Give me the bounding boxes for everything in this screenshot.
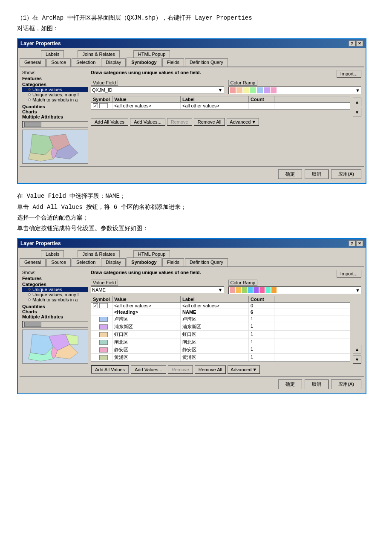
- tab-joins-1[interactable]: Joins & Relates: [78, 50, 119, 58]
- up-btn-1[interactable]: ▲: [353, 98, 361, 106]
- value-field-select-2[interactable]: NAME ▼: [91, 286, 224, 293]
- td-count-lw: 1: [249, 315, 274, 323]
- tab-fields-2[interactable]: Fields: [162, 258, 184, 266]
- table-row-other-2[interactable]: ✓ <all other values> <all other values> …: [91, 303, 350, 309]
- scrollbar-1[interactable]: [22, 121, 88, 128]
- tab-joins-2[interactable]: Joins & Relates: [78, 250, 119, 257]
- help-btn-2[interactable]: ?: [349, 240, 355, 246]
- features-1[interactable]: Features: [22, 76, 88, 81]
- categories-2[interactable]: Categories: [22, 282, 88, 287]
- tab-selection-2[interactable]: Selection: [72, 258, 100, 266]
- advanced-btn-1[interactable]: Advanced ▼: [227, 118, 259, 126]
- cancel-btn-2[interactable]: 取消: [305, 379, 329, 389]
- table-row-other-1[interactable]: ✓ <all other values> <all other values>: [91, 103, 350, 109]
- multiple-2[interactable]: Multiple Attributes: [22, 314, 88, 319]
- tab-selection-1[interactable]: Selection: [72, 58, 100, 66]
- import-btn-2[interactable]: Import...: [337, 270, 361, 278]
- dialog-1-titlebar: Layer Properties ? ✕: [18, 39, 366, 48]
- categories-1[interactable]: Categories: [22, 82, 88, 87]
- tab-defquery-1[interactable]: Definition Query: [185, 58, 228, 66]
- remove-btn-1[interactable]: Remove: [167, 118, 192, 126]
- color-ramp-select-1[interactable]: ▼: [228, 87, 362, 94]
- tab-fields-1[interactable]: Fields: [162, 58, 184, 66]
- bottom-buttons-1: Add All Values Add Values... Remove Remo…: [91, 118, 361, 126]
- tab-display-1[interactable]: Display: [101, 58, 126, 66]
- table-row-heading[interactable]: <Heading> NAME 6: [91, 309, 350, 315]
- color-ramp-label-1: Color Ramp: [228, 80, 258, 86]
- remove-btn-2[interactable]: Remove: [168, 365, 193, 374]
- match-symbols-2[interactable]: Match to symbols in a: [22, 297, 88, 302]
- remove-all-btn-2[interactable]: Remove All: [195, 365, 226, 374]
- tab-html-1[interactable]: HTML Popup: [133, 50, 170, 58]
- add-all-values-btn-1[interactable]: Add All Values: [91, 118, 128, 126]
- table-row-luwan[interactable]: 卢湾区 卢湾区 1: [91, 315, 350, 323]
- scrollbar-2[interactable]: [22, 321, 88, 328]
- close-btn-1[interactable]: ✕: [356, 40, 363, 46]
- color-swatch-lw: [99, 317, 108, 322]
- value-field-select-1[interactable]: QXJM_ID ▼: [91, 87, 224, 93]
- color-block-r5: [254, 287, 259, 293]
- charts-2[interactable]: Charts: [22, 309, 88, 314]
- td-value-heading: <Heading>: [112, 309, 181, 315]
- table-row-jingan[interactable]: 静安区 静安区 1: [91, 346, 350, 354]
- remove-all-btn-1[interactable]: Remove All: [194, 118, 225, 126]
- tab-html-2[interactable]: HTML Popup: [133, 250, 170, 257]
- ok-btn-2[interactable]: 确定: [278, 379, 302, 389]
- advanced-btn-2[interactable]: Advanced ▼: [228, 365, 260, 374]
- map-svg-1: [23, 130, 88, 163]
- add-all-values-btn-2[interactable]: Add All Values: [91, 365, 129, 374]
- quantities-1[interactable]: Quantities: [22, 104, 88, 109]
- tab-bar-2: Labels Joins & Relates HTML Popup Genera…: [20, 249, 364, 267]
- add-values-btn-2[interactable]: Add Values...: [131, 365, 166, 374]
- tab-display-2[interactable]: Display: [101, 258, 126, 266]
- td-count-other-1: [249, 103, 274, 109]
- color-block-r6: [259, 287, 265, 293]
- color-swatch-pd: [99, 324, 108, 330]
- tab-symbology-1[interactable]: Symbology: [127, 58, 161, 66]
- unique-values-many-1[interactable]: Unique values, many f: [22, 92, 88, 97]
- tab-general-2[interactable]: General: [20, 258, 46, 266]
- multiple-1[interactable]: Multiple Attributes: [22, 114, 88, 119]
- field-row-2: Value Field NAME ▼ Color Ramp: [91, 279, 361, 294]
- tab-source-2[interactable]: Source: [46, 258, 71, 266]
- td-count-hp: 1: [249, 354, 274, 361]
- titlebar-buttons-2: ? ✕: [349, 240, 363, 246]
- tab-symbology-2[interactable]: Symbology: [127, 257, 161, 266]
- unique-values-many-2[interactable]: Unique values, many f: [22, 292, 88, 297]
- unique-values-1[interactable]: Unique values: [22, 87, 88, 92]
- table-area-2: Symbol Value Label Count ✓: [91, 296, 361, 364]
- match-symbols-1[interactable]: Match to symbols in a: [22, 97, 88, 102]
- th-symbol-2: Symbol: [91, 296, 112, 302]
- unique-values-2[interactable]: Unique values: [22, 287, 88, 292]
- quantities-2[interactable]: Quantities: [22, 304, 88, 309]
- import-btn-1[interactable]: Import...: [337, 70, 361, 78]
- help-btn-1[interactable]: ?: [349, 40, 355, 46]
- tab-source-1[interactable]: Source: [46, 58, 71, 66]
- checkbox-other-1[interactable]: ✓: [93, 103, 98, 108]
- up-btn-2[interactable]: ▲: [353, 345, 361, 353]
- apply-btn-2[interactable]: 应用(A): [331, 379, 361, 389]
- cancel-btn-1[interactable]: 取消: [305, 169, 329, 179]
- tab-row-1-top: Labels Joins & Relates HTML Popup: [20, 49, 364, 58]
- table-row-hongkou[interactable]: 虹口区 虹口区 1: [91, 331, 350, 338]
- down-btn-1[interactable]: ▼: [353, 108, 361, 116]
- ok-btn-1[interactable]: 确定: [278, 169, 302, 179]
- table-row-huangpu[interactable]: 黄浦区 黄浦区 1: [91, 354, 350, 361]
- color-ramp-select-2[interactable]: ▼: [228, 286, 362, 294]
- checkbox-r0[interactable]: ✓: [93, 303, 98, 308]
- tab-defquery-2[interactable]: Definition Query: [185, 258, 228, 266]
- down-btn-2[interactable]: ▼: [353, 355, 361, 364]
- add-values-btn-1[interactable]: Add Values...: [130, 118, 165, 126]
- table-row-pudong[interactable]: 浦东新区 浦东新区 1: [91, 323, 350, 331]
- close-btn-2[interactable]: ✕: [356, 240, 363, 246]
- features-2[interactable]: Features: [22, 276, 88, 281]
- charts-1[interactable]: Charts: [22, 109, 88, 114]
- tab-general-1[interactable]: General: [20, 58, 46, 66]
- apply-btn-1[interactable]: 应用(A): [331, 169, 361, 179]
- td-label-other-1: <all other values>: [181, 103, 249, 109]
- color-ramp-group-2: Color Ramp: [228, 279, 362, 294]
- tab-labels-1[interactable]: Labels: [41, 50, 64, 58]
- table-row-zhabei[interactable]: 闸北区 闸北区 1: [91, 338, 350, 346]
- dropdown-arrow-adv-2: ▼: [252, 367, 257, 372]
- tab-labels-2[interactable]: Labels: [41, 250, 64, 257]
